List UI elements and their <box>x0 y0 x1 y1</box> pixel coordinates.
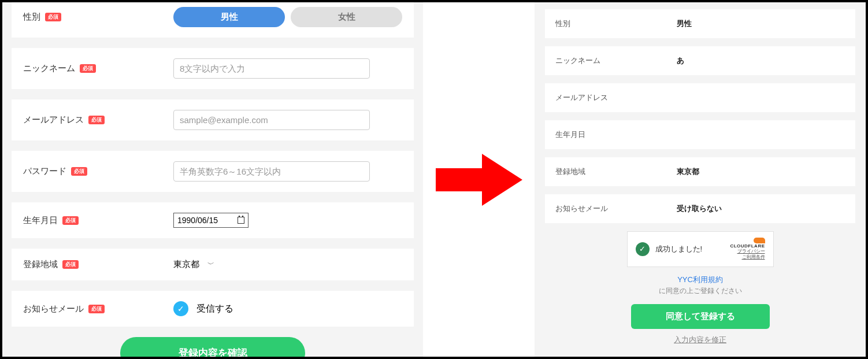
confirm-newsletter-value: 受け取らない <box>677 203 722 214</box>
password-label: パスワード <box>23 166 66 177</box>
confirm-gender-value: 男性 <box>677 18 692 29</box>
newsletter-option: 受信する <box>196 303 233 315</box>
agree-register-button[interactable]: 同意して登録する <box>631 304 770 329</box>
gender-female-button[interactable]: 女性 <box>291 7 402 27</box>
password-row: パスワード 必須 <box>12 151 414 192</box>
region-label: 登録地域 <box>23 259 58 270</box>
nickname-row: ニックネーム 必須 <box>12 48 414 89</box>
confirm-birthdate-label: 生年月日 <box>555 129 677 140</box>
confirm-nickname-label: ニックネーム <box>555 55 677 66</box>
terms-subtext: に同意の上ご登録ください <box>535 286 866 296</box>
confirm-newsletter-row: お知らせメール 受け取らない <box>545 194 855 223</box>
confirm-nickname-value: あ <box>677 55 684 66</box>
confirm-email-row: メールアドレス <box>545 83 855 112</box>
confirmation-panel: 性別 男性 ニックネーム あ メールアドレス 生年月日 登録地域 東京都 お知ら… <box>535 2 866 357</box>
birthdate-value: 1990/06/15 <box>177 216 218 225</box>
newsletter-checkbox[interactable]: ✓ 受信する <box>173 301 402 316</box>
confirm-region-row: 登録地域 東京都 <box>545 157 855 186</box>
newsletter-row: お知らせメール 必須 ✓ 受信する <box>12 291 414 327</box>
email-input[interactable] <box>173 110 370 130</box>
required-badge: 必須 <box>71 167 87 176</box>
gender-row: 性別 必須 男性 女性 <box>12 2 414 38</box>
required-badge: 必須 <box>62 260 79 269</box>
gender-male-button[interactable]: 男性 <box>173 7 285 27</box>
registration-form-panel: 性別 必須 男性 女性 ニックネーム 必須 メールアドレス 必須 <box>2 2 423 357</box>
confirm-region-value: 東京都 <box>677 166 699 177</box>
captcha-success-text: 成功しました! <box>655 244 703 254</box>
svg-marker-0 <box>436 154 522 206</box>
check-circle-icon: ✓ <box>636 242 650 256</box>
required-badge: 必須 <box>88 305 105 313</box>
nickname-input[interactable] <box>173 58 370 79</box>
arrow-right-icon <box>436 151 522 209</box>
confirm-email-label: メールアドレス <box>555 92 677 103</box>
edit-input-link[interactable]: 入力内容を修正 <box>535 335 866 345</box>
chevron-down-icon: ﹀ <box>207 260 214 269</box>
newsletter-label: お知らせメール <box>23 304 84 314</box>
check-icon: ✓ <box>173 301 188 316</box>
gender-label: 性別 <box>23 12 40 23</box>
email-row: メールアドレス 必須 <box>12 99 414 140</box>
captcha-terms-link[interactable]: ご利用条件 <box>730 254 765 260</box>
required-badge: 必須 <box>88 116 105 124</box>
captcha-privacy-link[interactable]: プライバシー <box>730 249 765 254</box>
confirm-nickname-row: ニックネーム あ <box>545 46 855 75</box>
calendar-icon <box>238 217 244 224</box>
nickname-label: ニックネーム <box>23 63 75 74</box>
confirm-birthdate-row: 生年月日 <box>545 120 855 149</box>
terms-block: YYC利用規約 に同意の上ご登録ください <box>535 274 866 296</box>
birthdate-input[interactable]: 1990/06/15 <box>173 213 248 228</box>
confirm-button[interactable]: 登録内容を確認 <box>120 337 305 357</box>
confirm-gender-label: 性別 <box>555 18 677 29</box>
password-input[interactable] <box>173 161 370 182</box>
cloudflare-brand-text: CLOUDFLARE <box>730 243 765 249</box>
confirm-gender-row: 性別 男性 <box>545 9 855 38</box>
terms-link[interactable]: YYC利用規約 <box>677 275 723 284</box>
confirm-newsletter-label: お知らせメール <box>555 203 677 214</box>
cloud-icon <box>754 238 765 243</box>
region-select[interactable]: 東京都 ﹀ <box>173 259 402 270</box>
required-badge: 必須 <box>80 64 96 73</box>
email-label: メールアドレス <box>23 114 84 125</box>
required-badge: 必須 <box>45 13 61 21</box>
arrow-divider <box>423 151 535 209</box>
required-badge: 必須 <box>62 216 79 225</box>
confirm-region-label: 登録地域 <box>555 166 677 177</box>
cloudflare-logo <box>730 238 765 243</box>
region-row: 登録地域 必須 東京都 ﹀ <box>12 249 414 280</box>
region-value: 東京都 <box>173 259 199 270</box>
captcha-widget: ✓ 成功しました! CLOUDFLARE プライバシー ご利用条件 <box>627 231 774 267</box>
birthdate-row: 生年月日 必須 1990/06/15 <box>12 202 414 238</box>
birthdate-label: 生年月日 <box>23 215 58 226</box>
